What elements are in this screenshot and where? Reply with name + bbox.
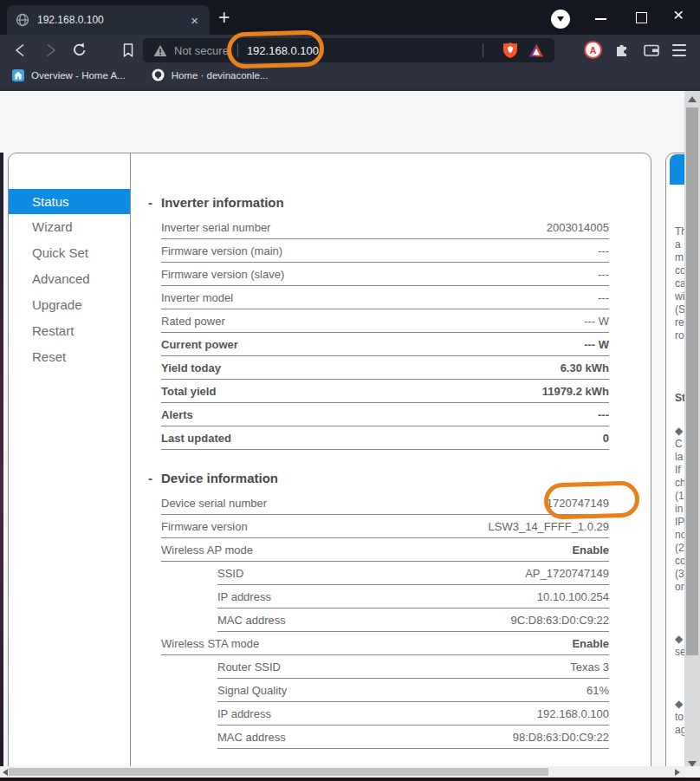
section-dash: - (148, 195, 152, 210)
row-label: SSID (217, 567, 243, 580)
table-row: Yield today6.30 kWh (161, 356, 609, 380)
row-value: 6.30 kWh (561, 361, 609, 374)
table-row: Signal Quality61% (217, 679, 609, 702)
brave-rewards-bat-icon[interactable] (528, 43, 544, 57)
row-label: Firmware version (slave) (161, 268, 284, 281)
chevron-down-icon (557, 16, 564, 22)
table-row: Firmware versionLSW3_14_FFFF_1.0.29 (161, 515, 609, 538)
row-value: --- W (584, 338, 609, 351)
row-label: Inverter serial number (161, 221, 270, 234)
row-label: IP address (217, 707, 271, 720)
row-value: 9C:D8:63:D0:C9:22 (511, 614, 609, 627)
row-label: Device serial number (161, 497, 267, 510)
new-tab-button[interactable]: + (218, 6, 230, 29)
adblock-extension-icon[interactable]: A (584, 41, 602, 59)
sidebar-item-upgrade[interactable]: Upgrade (9, 292, 130, 318)
row-label: MAC address (217, 614, 286, 627)
wallet-icon[interactable] (643, 42, 660, 59)
row-label: Router SSID (217, 661, 281, 674)
back-icon[interactable] (12, 42, 29, 59)
sidebar-menu: Status Wizard Quick Set Advanced Upgrade… (9, 189, 130, 370)
row-value: Texas 3 (570, 661, 609, 674)
bookmark-item-github[interactable]: Home · devinaconle... (152, 68, 269, 83)
table-row: MAC address9C:D8:63:D0:C9:22 (217, 609, 609, 632)
sidebar-item-quick-set[interactable]: Quick Set (9, 240, 130, 266)
brave-shield-icon[interactable] (503, 42, 517, 58)
window-bottom-edge (0, 778, 700, 781)
url-highlight-annotation (226, 30, 324, 69)
device-information-rows: Device serial number1720747149 Firmware … (161, 491, 609, 749)
toolbar-bottom-strip (0, 85, 700, 91)
github-icon (152, 68, 165, 83)
row-label: Current power (161, 338, 238, 351)
row-value: --- W (584, 315, 609, 328)
scroll-up-icon[interactable] (688, 96, 697, 102)
row-value: 10.10.100.254 (537, 590, 609, 603)
sidebar-item-advanced[interactable]: Advanced (9, 266, 130, 292)
forward-icon[interactable] (42, 42, 59, 59)
window-close-button[interactable]: × (673, 4, 684, 25)
row-value: 192.168.0.100 (537, 707, 609, 720)
table-row: IP address192.168.0.100 (217, 702, 609, 726)
reload-icon[interactable] (71, 42, 88, 59)
scrollbar-corner (684, 766, 700, 778)
bookmark-item-home-assistant[interactable]: Overview - Home A... (12, 69, 126, 81)
web-page: Status Wizard Quick Set Advanced Upgrade… (0, 91, 700, 766)
row-value: --- (598, 244, 609, 257)
row-value: 0 (603, 432, 609, 445)
row-value: 2003014005 (547, 221, 609, 234)
scroll-left-icon[interactable] (3, 769, 8, 776)
row-label: Wireless AP mode (161, 543, 253, 556)
browser-tab[interactable]: 192.168.0.100 × (7, 5, 210, 35)
row-value: Enable (572, 543, 609, 556)
extensions-puzzle-icon[interactable] (613, 42, 631, 59)
scroll-right-icon[interactable] (675, 769, 680, 776)
row-label: Signal Quality (217, 684, 287, 697)
bookmark-icon[interactable] (120, 42, 137, 59)
bookmark-label: Overview - Home A... (31, 70, 126, 81)
table-row: Router SSIDTexas 3 (217, 655, 609, 679)
row-value: --- (598, 268, 609, 281)
sidebar-item-status[interactable]: Status (9, 189, 130, 214)
vertical-scrollbar-thumb[interactable] (686, 107, 698, 655)
table-row: Inverter serial number2003014005 (161, 216, 609, 239)
page-left-edge (0, 153, 3, 766)
globe-favicon-icon (16, 13, 29, 27)
status-content: - Inverter information Inverter serial n… (161, 153, 609, 766)
row-label: Firmware version (main) (161, 244, 282, 257)
table-row: Current power--- W (161, 333, 609, 356)
security-label: Not secure (174, 44, 229, 57)
window-maximize-button[interactable] (636, 12, 647, 23)
browser-window: 192.168.0.100 × + × Not secure 192.168.0… (0, 0, 700, 781)
horizontal-scrollbar-thumb[interactable] (9, 768, 548, 776)
row-value: 98:D8:63:D0:C9:22 (513, 731, 609, 744)
table-row: Alerts--- (161, 403, 609, 426)
row-value: 11979.2 kWh (542, 385, 609, 398)
row-value: 61% (587, 684, 609, 697)
section-title-inverter-information: - Inverter information (161, 195, 609, 212)
row-label: MAC address (217, 731, 286, 744)
row-label: Rated power (161, 315, 225, 328)
bookmark-label: Home · devinaconle... (172, 70, 269, 81)
sidebar-item-wizard[interactable]: Wizard (9, 214, 130, 240)
table-row: Last updated0 (161, 426, 609, 450)
window-minimize-button[interactable] (595, 18, 606, 20)
table-row: SSIDAP_1720747149 (217, 562, 609, 585)
sidebar-item-reset[interactable]: Reset (9, 344, 130, 370)
bookmarks-bar: Overview - Home A... Home · devinaconle.… (0, 66, 700, 85)
adblock-letter: A (590, 45, 597, 55)
home-assistant-icon (12, 69, 24, 81)
section-dash: - (148, 471, 152, 485)
row-value: AP_1720747149 (525, 567, 609, 580)
table-row: IP address10.10.100.254 (217, 585, 609, 609)
tab-close-icon[interactable]: × (188, 14, 201, 27)
row-label: IP address (217, 590, 271, 603)
browser-menu-icon[interactable] (672, 44, 686, 56)
not-secure-warning-icon (153, 44, 167, 57)
address-bar[interactable]: Not secure 192.168.0.100 (143, 38, 554, 62)
sidebar-item-restart[interactable]: Restart (9, 318, 130, 344)
table-row: Firmware version (slave)--- (161, 263, 609, 286)
tab-search-button[interactable] (551, 10, 570, 29)
serial-number-highlight-annotation (543, 481, 639, 520)
table-row: MAC address98:D8:63:D0:C9:22 (217, 726, 609, 749)
